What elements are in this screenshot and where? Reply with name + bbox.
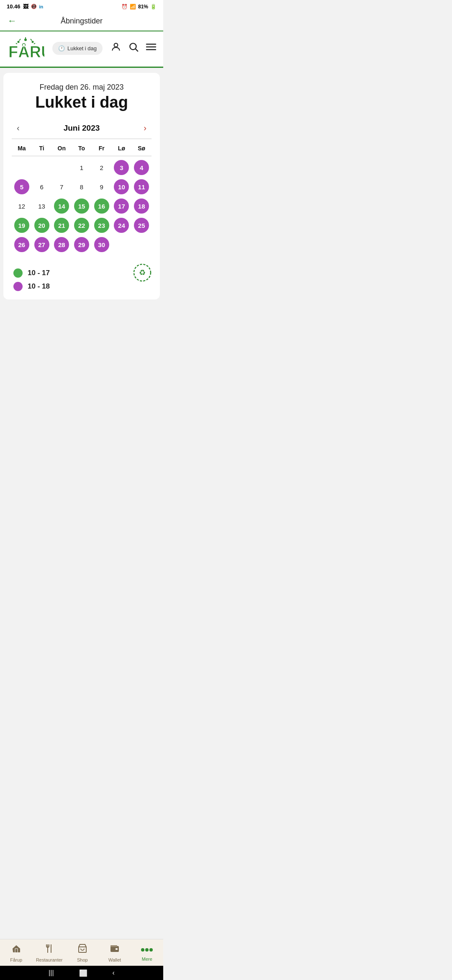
cal-cell-4-2[interactable]: 28 bbox=[51, 236, 72, 253]
calendar-month-year: Juni 2023 bbox=[64, 124, 100, 133]
cal-cell-0-4[interactable]: 2 bbox=[92, 159, 112, 176]
calendar-header-divider bbox=[12, 139, 152, 139]
phone-off-icon: 📵 bbox=[31, 4, 37, 9]
cal-cell-1-6[interactable]: 11 bbox=[131, 178, 152, 196]
logo-container: FÅRUP FÅRUP bbox=[7, 36, 44, 61]
cal-cell-2-4[interactable]: 16 bbox=[92, 197, 112, 215]
cal-cell-1-5[interactable]: 10 bbox=[112, 178, 132, 196]
day-label-to: To bbox=[72, 143, 92, 153]
top-nav: ← Åbningstider bbox=[0, 11, 163, 31]
cal-cell-2-1[interactable]: 13 bbox=[32, 197, 52, 215]
cal-cell-0-2 bbox=[51, 159, 72, 176]
battery-text: 81% bbox=[138, 4, 148, 10]
svg-line-12 bbox=[136, 49, 138, 52]
badge-label: Lukket i dag bbox=[67, 45, 97, 52]
next-month-button[interactable]: › bbox=[140, 121, 150, 134]
status-heading: Lukket i dag bbox=[12, 93, 152, 111]
svg-point-10 bbox=[114, 43, 118, 47]
cal-cell-0-6[interactable]: 4 bbox=[131, 159, 152, 176]
status-time: 10.46 bbox=[7, 3, 21, 10]
header-icons bbox=[110, 41, 157, 55]
cal-cell-3-5[interactable]: 24 bbox=[112, 217, 132, 234]
day-label-ti: Ti bbox=[32, 143, 52, 153]
day-label-lo: Lø bbox=[112, 143, 132, 153]
cal-cell-1-0[interactable]: 5 bbox=[12, 178, 32, 196]
cal-cell-1-4[interactable]: 9 bbox=[92, 178, 112, 196]
header-bar: FÅRUP FÅRUP 🕐 Lukket i dag bbox=[0, 31, 163, 68]
user-icon[interactable] bbox=[110, 41, 121, 55]
svg-point-1 bbox=[32, 41, 34, 43]
cal-cell-2-0[interactable]: 12 bbox=[12, 197, 32, 215]
alarm-icon: ⏰ bbox=[121, 4, 128, 10]
cal-cell-1-1[interactable]: 6 bbox=[32, 178, 52, 196]
recycling-icon: ♻ bbox=[133, 263, 152, 282]
svg-point-2 bbox=[18, 41, 20, 43]
cal-cell-0-3[interactable]: 1 bbox=[72, 159, 92, 176]
page-title: Åbningstider bbox=[61, 17, 103, 26]
calendar-grid-divider bbox=[12, 156, 152, 156]
legend: 10 - 17 10 - 18 bbox=[12, 268, 50, 291]
calendar-header: ‹ Juni 2023 › bbox=[12, 121, 152, 134]
status-bar: 10.46 🖼 📵 in ⏰ 📶 81% 🔋 bbox=[0, 0, 163, 11]
svg-text:FÅRUP: FÅRUP bbox=[8, 43, 44, 61]
cal-cell-1-2[interactable]: 7 bbox=[51, 178, 72, 196]
status-right: ⏰ 📶 81% 🔋 bbox=[121, 4, 157, 10]
cal-cell-0-0 bbox=[12, 159, 32, 176]
legend-row-purple: 10 - 18 bbox=[13, 282, 50, 291]
cal-cell-4-6 bbox=[131, 236, 152, 253]
date-heading: Fredag den 26. maj 2023 bbox=[12, 83, 152, 92]
legend-hours-green: 10 - 17 bbox=[28, 269, 50, 277]
recycling-icon-container: ♻ bbox=[133, 263, 152, 282]
day-label-so: Sø bbox=[131, 143, 152, 153]
cal-cell-4-0[interactable]: 26 bbox=[12, 236, 32, 253]
back-button[interactable]: ← bbox=[8, 15, 17, 26]
legend-hours-purple: 10 - 18 bbox=[28, 282, 50, 291]
wifi-icon: 📶 bbox=[130, 4, 136, 10]
legend-dot-green bbox=[13, 268, 23, 278]
cal-cell-2-6[interactable]: 18 bbox=[131, 197, 152, 215]
day-label-fr: Fr bbox=[92, 143, 112, 153]
cal-cell-4-4[interactable]: 30 bbox=[92, 236, 112, 253]
lukket-badge[interactable]: 🕐 Lukket i dag bbox=[52, 42, 103, 55]
day-label-on: On bbox=[51, 143, 72, 153]
legend-dot-purple bbox=[13, 282, 23, 291]
farup-logo: FÅRUP FÅRUP bbox=[7, 36, 44, 61]
svg-point-11 bbox=[130, 43, 136, 49]
cal-cell-2-2[interactable]: 14 bbox=[51, 197, 72, 215]
cal-cell-3-0[interactable]: 19 bbox=[12, 217, 32, 234]
cal-cell-3-2[interactable]: 21 bbox=[51, 217, 72, 234]
calendar-days-header: Ma Ti On To Fr Lø Sø bbox=[12, 143, 152, 153]
calendar: ‹ Juni 2023 › Ma Ti On To Fr Lø Sø 12345… bbox=[12, 121, 152, 253]
linkedin-icon: in bbox=[39, 4, 44, 9]
cal-cell-2-3[interactable]: 15 bbox=[72, 197, 92, 215]
cal-cell-1-3[interactable]: 8 bbox=[72, 178, 92, 196]
status-left: 10.46 🖼 📵 in bbox=[7, 3, 43, 10]
photo-icon: 🖼 bbox=[23, 3, 28, 10]
battery-icon: 🔋 bbox=[150, 4, 157, 10]
prev-month-button[interactable]: ‹ bbox=[13, 121, 23, 134]
cal-cell-4-3[interactable]: 29 bbox=[72, 236, 92, 253]
main-content-card: Fredag den 26. maj 2023 Lukket i dag ‹ J… bbox=[3, 73, 160, 299]
day-label-ma: Ma bbox=[12, 143, 32, 153]
cal-cell-3-4[interactable]: 23 bbox=[92, 217, 112, 234]
cal-cell-3-6[interactable]: 25 bbox=[131, 217, 152, 234]
clock-icon: 🕐 bbox=[58, 45, 65, 52]
svg-text:♻: ♻ bbox=[139, 268, 146, 277]
menu-icon[interactable] bbox=[146, 42, 157, 54]
cal-cell-3-1[interactable]: 20 bbox=[32, 217, 52, 234]
cal-cell-4-5 bbox=[112, 236, 132, 253]
cal-cell-2-5[interactable]: 17 bbox=[112, 197, 132, 215]
svg-line-4 bbox=[31, 39, 32, 41]
search-icon[interactable] bbox=[128, 41, 139, 55]
cal-cell-0-5[interactable]: 3 bbox=[112, 159, 132, 176]
cal-cell-0-1 bbox=[32, 159, 52, 176]
cal-cell-4-1[interactable]: 27 bbox=[32, 236, 52, 253]
svg-line-5 bbox=[19, 39, 21, 41]
calendar-grid: 1234567891011121314151617181920212223242… bbox=[12, 159, 152, 253]
legend-row-green: 10 - 17 bbox=[13, 268, 50, 278]
cal-cell-3-3[interactable]: 22 bbox=[72, 217, 92, 234]
